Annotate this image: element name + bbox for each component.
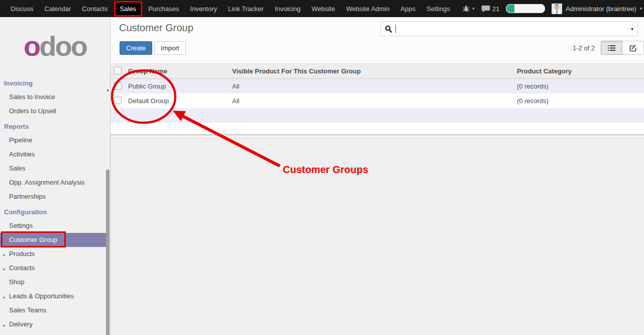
list-view-button[interactable]	[601, 41, 622, 55]
chat-bubble-icon	[481, 5, 490, 13]
table-header: Group Name Visible Product For This Cust…	[111, 63, 644, 79]
sidebar-item-pipeline[interactable]: Pipeline	[0, 133, 106, 147]
row-checkbox-cell	[111, 97, 128, 106]
table-bottom-divider	[111, 135, 644, 139]
nav-item-purchases[interactable]: Purchases	[143, 2, 184, 16]
logo-accent-letter: o	[24, 30, 39, 62]
sidebar-item-contacts[interactable]: ▸Contacts	[0, 261, 106, 275]
sidebar-item-opp-assignment-analysis[interactable]: Opp. Assignment Analysis	[0, 176, 106, 190]
table-row[interactable]: Default GroupAll(0 records)	[111, 94, 644, 108]
sidebar-menu: InvoicingSales to InvoiceOrders to Upsel…	[0, 76, 106, 331]
debug-menu[interactable]: ▾	[462, 5, 475, 13]
sidebar-item-shop[interactable]: Shop	[0, 275, 106, 289]
sidebar-item-delivery[interactable]: ▸Delivery	[0, 317, 106, 331]
nav-item-settings[interactable]: Settings	[421, 2, 456, 16]
sidebar-item-label: Orders to Upsell	[9, 107, 56, 115]
scroll-up-icon[interactable]: ▴	[105, 88, 110, 92]
sidebar-item-label: Products	[9, 250, 35, 258]
progress-fill	[506, 5, 514, 13]
search-icon	[385, 25, 392, 33]
logo-rest: doo	[39, 30, 86, 62]
sidebar-item-customer-group[interactable]: Customer Group	[0, 233, 106, 247]
control-panel: Customer Group ▾ Create Import 1-2 of 2	[111, 17, 644, 64]
systray: ▾ 21	[462, 4, 644, 14]
column-header-group-name[interactable]: Group Name	[128, 67, 232, 75]
cell-product-category: (0 records)	[517, 97, 644, 105]
sidebar-item-label: Shop	[9, 278, 24, 286]
cell-group-name: Default Group	[128, 97, 232, 105]
caret-down-icon: ▾	[639, 6, 642, 11]
select-all-cell	[111, 67, 128, 76]
annotation-box-sales	[114, 1, 143, 17]
import-button[interactable]: Import	[154, 41, 186, 55]
message-count: 21	[492, 5, 499, 13]
sidebar-item-settings[interactable]: Settings	[0, 219, 106, 233]
sidebar-item-sales-to-invoice[interactable]: Sales to Invoice	[0, 90, 106, 104]
sidebar-item-label: Settings	[9, 222, 33, 229]
nav-item-sales[interactable]: Sales	[116, 2, 141, 16]
action-buttons: Create Import	[120, 41, 186, 55]
top-nav-bar: DiscussCalendarContactsSalesPurchasesInv…	[0, 0, 644, 17]
nav-item-invoicing[interactable]: Invoicing	[269, 2, 306, 16]
avatar	[552, 4, 562, 14]
row-checkbox[interactable]	[114, 97, 122, 104]
page-title: Customer Group	[119, 22, 193, 34]
sidebar-item-label: Contacts	[9, 264, 35, 272]
chevron-right-icon: ▸	[3, 265, 6, 273]
table-row[interactable]: Public GroupAll(0 records)	[111, 79, 644, 94]
column-header-visible-product[interactable]: Visible Product For This Customer Group	[232, 67, 517, 75]
cell-visible-product: All	[232, 97, 517, 105]
odoo-app-window: DiscussCalendarContactsSalesPurchasesInv…	[0, 0, 644, 335]
bug-icon	[462, 5, 470, 13]
sidebar-section-reports: Reports	[0, 120, 106, 133]
create-button[interactable]: Create	[120, 41, 152, 55]
sidebar-item-label: Customer Group	[9, 236, 57, 243]
user-name: Administrator (braintree)	[566, 5, 636, 13]
nav-item-calendar[interactable]: Calendar	[39, 2, 77, 16]
sidebar-item-label: Pipeline	[9, 136, 32, 144]
sidebar-item-label: Sales	[9, 164, 26, 172]
user-menu[interactable]: Administrator (braintree) ▾	[552, 4, 642, 14]
caret-down-icon: ▾	[472, 6, 475, 11]
nav-item-apps[interactable]: Apps	[395, 2, 421, 16]
list-icon	[608, 45, 615, 51]
nav-item-inventory[interactable]: Inventory	[185, 2, 223, 16]
nav-item-contacts[interactable]: Contacts	[76, 2, 113, 16]
chevron-right-icon: ▸	[3, 293, 6, 301]
sidebar-item-orders-to-upsell[interactable]: Orders to Upsell	[0, 104, 106, 118]
nav-item-discuss[interactable]: Discuss	[5, 2, 39, 16]
sidebar-item-label: Activities	[9, 150, 35, 158]
sidebar-item-partnerships[interactable]: Partnerships	[0, 190, 106, 204]
table-body: Public GroupAll(0 records)Default GroupA…	[111, 79, 644, 108]
sidebar-item-sales-teams[interactable]: Sales Teams	[0, 303, 106, 317]
row-checkbox-cell	[111, 82, 128, 91]
sidebar-item-leads-opportunities[interactable]: ▸Leads & Opportunities	[0, 289, 106, 303]
nav-item-website-admin[interactable]: Website Admin	[341, 2, 395, 16]
sidebar-item-products[interactable]: ▸Products	[0, 247, 106, 261]
select-all-checkbox[interactable]	[114, 67, 122, 74]
chevron-right-icon: ▸	[3, 321, 6, 329]
search-input[interactable]	[397, 25, 628, 33]
messages-menu[interactable]: 21	[481, 5, 499, 13]
sidebar-item-label: Partnerships	[9, 193, 46, 200]
sidebar-item-sales[interactable]: Sales	[0, 161, 106, 176]
sidebar: odoo InvoicingSales to InvoiceOrders to …	[0, 17, 111, 335]
nav-item-website[interactable]: Website	[306, 2, 341, 16]
view-switcher	[601, 41, 644, 55]
pager-range: 1-2 of 2	[573, 44, 595, 52]
sidebar-item-activities[interactable]: Activities	[0, 147, 106, 161]
column-header-product-category[interactable]: Product Category	[517, 67, 644, 75]
scrollbar-thumb[interactable]	[106, 170, 110, 335]
sidebar-item-label: Sales Teams	[9, 306, 46, 314]
sidebar-item-label: Opp. Assignment Analysis	[9, 179, 84, 186]
cell-group-name: Public Group	[128, 82, 232, 90]
search-bar: ▾	[380, 22, 638, 36]
form-view-button[interactable]	[622, 41, 644, 55]
planner-progress-bar[interactable]	[506, 4, 545, 13]
sidebar-scrollbar: ▴ ▾	[105, 88, 110, 335]
row-checkbox[interactable]	[114, 82, 122, 90]
odoo-logo: odoo	[0, 17, 110, 75]
top-nav-items: DiscussCalendarContactsSalesPurchasesInv…	[0, 0, 456, 17]
search-dropdown-caret-icon[interactable]: ▾	[628, 26, 633, 32]
nav-item-link-tracker[interactable]: Link Tracker	[223, 2, 269, 16]
